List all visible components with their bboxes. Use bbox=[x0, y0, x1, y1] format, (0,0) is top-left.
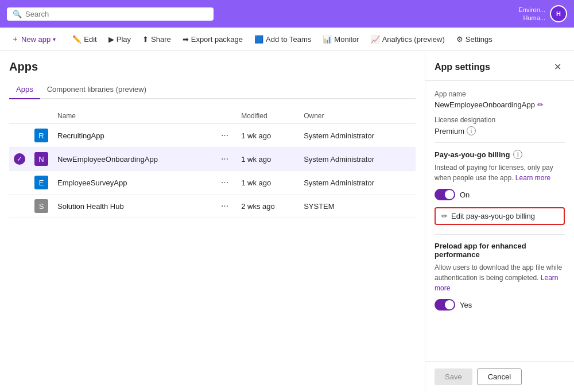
row-owner-cell: System Administrator bbox=[299, 171, 416, 195]
row-owner-cell: SYSTEM bbox=[299, 195, 416, 218]
pay-toggle[interactable] bbox=[435, 189, 455, 200]
app-name-edit-icon[interactable]: ✏ bbox=[537, 100, 544, 109]
preload-toggle-label: Yes bbox=[460, 301, 472, 309]
row-icon-cell: N bbox=[30, 148, 53, 171]
col-check bbox=[9, 108, 30, 124]
row-owner-cell: System Administrator bbox=[299, 124, 416, 148]
chevron-down-icon: ▾ bbox=[53, 36, 56, 42]
license-info-icon[interactable]: i bbox=[467, 126, 476, 135]
col-icon bbox=[30, 108, 53, 124]
search-icon: 🔍 bbox=[13, 10, 22, 18]
edit-button[interactable]: ✏️ Edit bbox=[68, 32, 101, 46]
edit-billing-box[interactable]: ✏ Edit pay-as-you-go billing bbox=[435, 207, 565, 225]
selected-check-icon: ✓ bbox=[14, 153, 25, 165]
row-icon-cell: R bbox=[30, 124, 53, 148]
edit-icon: ✏️ bbox=[72, 35, 82, 44]
app-name: EmployeeSurveyApp bbox=[57, 178, 127, 187]
close-button[interactable]: ✕ bbox=[550, 60, 565, 73]
divider-1 bbox=[435, 142, 565, 143]
license-label: License designation bbox=[435, 116, 565, 124]
settings-button[interactable]: ⚙ Settings bbox=[452, 32, 497, 46]
row-name-cell: NewEmployeeOnboardingApp bbox=[53, 148, 213, 171]
col-dots bbox=[213, 108, 236, 124]
new-app-button[interactable]: ＋ New app ▾ bbox=[7, 31, 60, 47]
teams-icon: 🟦 bbox=[254, 35, 263, 44]
row-dots-button[interactable]: ··· bbox=[218, 153, 232, 165]
toolbar-divider-1 bbox=[64, 33, 64, 45]
col-modified: Modified bbox=[236, 108, 299, 124]
row-dots-cell: ··· bbox=[213, 148, 236, 171]
panel-body: App name NewEmployeeOnboardingApp ✏ Lice… bbox=[425, 81, 574, 361]
main-content: Apps Apps Component libraries (preview) … bbox=[0, 51, 574, 392]
row-dots-button[interactable]: ··· bbox=[218, 129, 232, 142]
tab-bar: Apps Component libraries (preview) bbox=[9, 80, 416, 99]
app-name: RecruitingApp bbox=[57, 131, 104, 140]
search-box[interactable]: 🔍 bbox=[7, 7, 214, 21]
apps-table: Name Modified Owner R RecruitingApp ··· … bbox=[9, 108, 416, 218]
search-input[interactable] bbox=[25, 10, 208, 18]
cancel-button[interactable]: Cancel bbox=[477, 368, 522, 385]
pay-section-desc: Instead of paying for licenses, only pay… bbox=[435, 162, 565, 183]
col-name: Name bbox=[53, 108, 213, 124]
env-info: Environ... Huma... bbox=[519, 6, 545, 22]
app-name-value: NewEmployeeOnboardingApp ✏ bbox=[435, 100, 565, 109]
table-row[interactable]: S Solution Health Hub ··· 2 wks ago SYST… bbox=[9, 195, 416, 218]
pay-info-icon[interactable]: i bbox=[513, 150, 522, 159]
topbar-right: Environ... Huma... H bbox=[519, 5, 567, 22]
analytics-button[interactable]: 📈 Analytics (preview) bbox=[366, 32, 449, 46]
app-icon: N bbox=[34, 152, 48, 166]
panel-footer: Save Cancel bbox=[425, 361, 574, 392]
app-icon: E bbox=[34, 176, 48, 189]
row-dots-cell: ··· bbox=[213, 171, 236, 195]
app-name-label: App name bbox=[435, 90, 565, 98]
topbar: 🔍 Environ... Huma... H bbox=[0, 0, 574, 28]
row-check bbox=[9, 124, 30, 148]
analytics-icon: 📈 bbox=[371, 35, 380, 44]
panel-title: App settings bbox=[435, 62, 490, 72]
row-name-cell: Solution Health Hub bbox=[53, 195, 213, 218]
col-owner: Owner bbox=[299, 108, 416, 124]
row-check: ✓ bbox=[9, 148, 30, 171]
row-check bbox=[9, 171, 30, 195]
edit-billing-icon: ✏ bbox=[441, 212, 448, 220]
preload-toggle[interactable] bbox=[435, 299, 455, 311]
toolbar: ＋ New app ▾ ✏️ Edit ▶ Play ⬆ Share ➡ Exp… bbox=[0, 28, 574, 51]
preload-toggle-row: Yes bbox=[435, 299, 565, 311]
tab-apps[interactable]: Apps bbox=[9, 80, 40, 99]
row-modified-cell: 2 wks ago bbox=[236, 195, 299, 218]
avatar[interactable]: H bbox=[550, 5, 567, 22]
row-icon-cell: E bbox=[30, 171, 53, 195]
pay-toggle-label: On bbox=[460, 191, 470, 199]
monitor-button[interactable]: 📊 Monitor bbox=[318, 32, 363, 46]
app-icon: R bbox=[34, 129, 48, 142]
add-to-teams-button[interactable]: 🟦 Add to Teams bbox=[250, 32, 316, 46]
save-button[interactable]: Save bbox=[435, 368, 472, 385]
table-row[interactable]: ✓ N NewEmployeeOnboardingApp ··· 1 wk ag… bbox=[9, 148, 416, 171]
row-dots-button[interactable]: ··· bbox=[218, 200, 232, 212]
page-title: Apps bbox=[9, 60, 416, 73]
play-button[interactable]: ▶ Play bbox=[104, 32, 135, 46]
apps-section: Apps Apps Component libraries (preview) … bbox=[0, 51, 425, 392]
row-name-cell: RecruitingApp bbox=[53, 124, 213, 148]
table-row[interactable]: R RecruitingApp ··· 1 wk ago System Admi… bbox=[9, 124, 416, 148]
share-button[interactable]: ⬆ Share bbox=[138, 32, 176, 46]
row-name-cell: EmployeeSurveyApp bbox=[53, 171, 213, 195]
gear-icon: ⚙ bbox=[456, 35, 463, 44]
pay-learn-more-link[interactable]: Learn more bbox=[515, 174, 550, 182]
edit-billing-label: Edit pay-as-you-go billing bbox=[451, 212, 535, 220]
row-modified-cell: 1 wk ago bbox=[236, 148, 299, 171]
table-row[interactable]: E EmployeeSurveyApp ··· 1 wk ago System … bbox=[9, 171, 416, 195]
pay-toggle-row: On bbox=[435, 189, 565, 200]
row-dots-button[interactable]: ··· bbox=[218, 176, 232, 189]
plus-icon: ＋ bbox=[11, 34, 19, 44]
right-panel: App settings ✕ App name NewEmployeeOnboa… bbox=[425, 51, 574, 392]
row-check bbox=[9, 195, 30, 218]
row-dots-cell: ··· bbox=[213, 124, 236, 148]
divider-2 bbox=[435, 234, 565, 235]
preload-section-title: Preload app for enhanced performance bbox=[435, 242, 565, 259]
pay-section-title: Pay-as-you-go billing i bbox=[435, 150, 565, 159]
row-icon-cell: S bbox=[30, 195, 53, 218]
tab-component-libraries[interactable]: Component libraries (preview) bbox=[40, 80, 153, 99]
export-package-button[interactable]: ➡ Export package bbox=[178, 32, 247, 46]
row-owner-cell: System Administrator bbox=[299, 148, 416, 171]
